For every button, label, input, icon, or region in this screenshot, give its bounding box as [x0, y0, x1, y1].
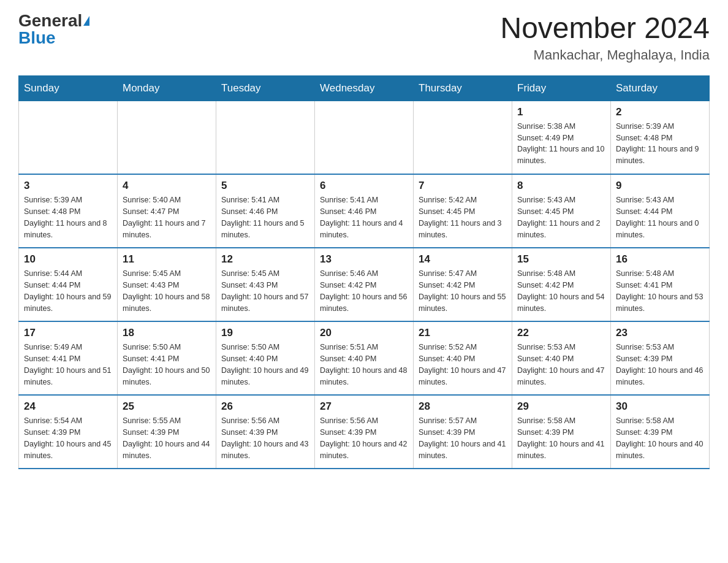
- calendar-week-row: 10Sunrise: 5:44 AMSunset: 4:44 PMDayligh…: [19, 248, 710, 321]
- calendar-cell: [315, 101, 414, 174]
- day-of-week-header: Saturday: [611, 75, 710, 101]
- day-of-week-header: Tuesday: [216, 75, 315, 101]
- day-number: 6: [320, 180, 408, 192]
- day-info: Sunrise: 5:56 AMSunset: 4:39 PMDaylight:…: [320, 415, 408, 461]
- calendar-cell: [216, 101, 315, 174]
- day-number: 24: [24, 400, 112, 413]
- calendar-cell: 5Sunrise: 5:41 AMSunset: 4:46 PMDaylight…: [216, 174, 315, 248]
- day-number: 26: [221, 400, 309, 413]
- logo: General Blue: [18, 12, 89, 47]
- calendar-week-row: 3Sunrise: 5:39 AMSunset: 4:48 PMDaylight…: [19, 174, 710, 248]
- day-info: Sunrise: 5:50 AMSunset: 4:41 PMDaylight:…: [123, 342, 211, 388]
- calendar-cell: 8Sunrise: 5:43 AMSunset: 4:45 PMDaylight…: [512, 174, 611, 248]
- calendar-cell: 28Sunrise: 5:57 AMSunset: 4:39 PMDayligh…: [414, 395, 512, 469]
- day-info: Sunrise: 5:53 AMSunset: 4:40 PMDaylight:…: [517, 342, 605, 388]
- day-number: 19: [221, 327, 309, 339]
- calendar-cell: 22Sunrise: 5:53 AMSunset: 4:40 PMDayligh…: [512, 321, 611, 395]
- day-number: 27: [320, 400, 408, 413]
- calendar-cell: 23Sunrise: 5:53 AMSunset: 4:39 PMDayligh…: [611, 321, 710, 395]
- calendar-cell: 30Sunrise: 5:58 AMSunset: 4:39 PMDayligh…: [611, 395, 710, 469]
- calendar-subtitle: Mankachar, Meghalaya, India: [500, 47, 710, 63]
- day-of-week-header: Wednesday: [315, 75, 414, 101]
- calendar-cell: 6Sunrise: 5:41 AMSunset: 4:46 PMDaylight…: [315, 174, 414, 248]
- calendar-cell: 9Sunrise: 5:43 AMSunset: 4:44 PMDaylight…: [611, 174, 710, 248]
- day-info: Sunrise: 5:47 AMSunset: 4:42 PMDaylight:…: [419, 268, 507, 314]
- day-info: Sunrise: 5:54 AMSunset: 4:39 PMDaylight:…: [24, 415, 112, 461]
- day-info: Sunrise: 5:49 AMSunset: 4:41 PMDaylight:…: [24, 342, 112, 388]
- day-info: Sunrise: 5:38 AMSunset: 4:49 PMDaylight:…: [517, 121, 605, 167]
- calendar-cell: 12Sunrise: 5:45 AMSunset: 4:43 PMDayligh…: [216, 248, 315, 321]
- day-info: Sunrise: 5:48 AMSunset: 4:42 PMDaylight:…: [517, 268, 605, 314]
- day-info: Sunrise: 5:58 AMSunset: 4:39 PMDaylight:…: [517, 415, 605, 461]
- logo-blue-text: Blue: [18, 29, 56, 47]
- calendar-cell: 4Sunrise: 5:40 AMSunset: 4:47 PMDaylight…: [118, 174, 216, 248]
- calendar-cell: 14Sunrise: 5:47 AMSunset: 4:42 PMDayligh…: [414, 248, 512, 321]
- day-info: Sunrise: 5:40 AMSunset: 4:47 PMDaylight:…: [123, 194, 211, 240]
- calendar-cell: 7Sunrise: 5:42 AMSunset: 4:45 PMDaylight…: [414, 174, 512, 248]
- day-info: Sunrise: 5:55 AMSunset: 4:39 PMDaylight:…: [123, 415, 211, 461]
- day-info: Sunrise: 5:57 AMSunset: 4:39 PMDaylight:…: [419, 415, 507, 461]
- calendar-cell: 18Sunrise: 5:50 AMSunset: 4:41 PMDayligh…: [118, 321, 216, 395]
- day-number: 13: [320, 253, 408, 266]
- day-number: 11: [123, 253, 211, 266]
- day-number: 28: [419, 400, 507, 413]
- day-info: Sunrise: 5:48 AMSunset: 4:41 PMDaylight:…: [616, 268, 704, 314]
- day-number: 5: [221, 180, 309, 192]
- day-number: 1: [517, 106, 605, 118]
- day-info: Sunrise: 5:45 AMSunset: 4:43 PMDaylight:…: [221, 268, 309, 314]
- day-number: 18: [123, 327, 211, 339]
- day-info: Sunrise: 5:53 AMSunset: 4:39 PMDaylight:…: [616, 342, 704, 388]
- calendar-week-row: 17Sunrise: 5:49 AMSunset: 4:41 PMDayligh…: [19, 321, 710, 395]
- calendar-cell: 2Sunrise: 5:39 AMSunset: 4:48 PMDaylight…: [611, 101, 710, 174]
- day-info: Sunrise: 5:41 AMSunset: 4:46 PMDaylight:…: [221, 194, 309, 240]
- calendar-cell: 29Sunrise: 5:58 AMSunset: 4:39 PMDayligh…: [512, 395, 611, 469]
- calendar-body: 1Sunrise: 5:38 AMSunset: 4:49 PMDaylight…: [19, 101, 710, 469]
- calendar-week-row: 1Sunrise: 5:38 AMSunset: 4:49 PMDaylight…: [19, 101, 710, 174]
- calendar-cell: [118, 101, 216, 174]
- page-header: General Blue November 2024 Mankachar, Me…: [18, 12, 710, 63]
- day-number: 20: [320, 327, 408, 339]
- day-number: 2: [616, 106, 704, 118]
- calendar-cell: 15Sunrise: 5:48 AMSunset: 4:42 PMDayligh…: [512, 248, 611, 321]
- day-number: 8: [517, 180, 605, 192]
- calendar-header: SundayMondayTuesdayWednesdayThursdayFrid…: [19, 75, 710, 101]
- logo-general-text: General: [18, 12, 82, 29]
- day-number: 25: [123, 400, 211, 413]
- day-number: 9: [616, 180, 704, 192]
- calendar-cell: 27Sunrise: 5:56 AMSunset: 4:39 PMDayligh…: [315, 395, 414, 469]
- day-of-week-header: Thursday: [414, 75, 512, 101]
- calendar-cell: 3Sunrise: 5:39 AMSunset: 4:48 PMDaylight…: [19, 174, 118, 248]
- day-number: 15: [517, 253, 605, 266]
- calendar-title: November 2024: [500, 12, 710, 45]
- day-info: Sunrise: 5:46 AMSunset: 4:42 PMDaylight:…: [320, 268, 408, 314]
- calendar-cell: [19, 101, 118, 174]
- day-number: 23: [616, 327, 704, 339]
- logo-triangle-icon: [83, 16, 89, 26]
- calendar-table: SundayMondayTuesdayWednesdayThursdayFrid…: [18, 75, 710, 470]
- title-section: November 2024 Mankachar, Meghalaya, Indi…: [500, 12, 710, 63]
- calendar-cell: 10Sunrise: 5:44 AMSunset: 4:44 PMDayligh…: [19, 248, 118, 321]
- day-number: 7: [419, 180, 507, 192]
- calendar-cell: 25Sunrise: 5:55 AMSunset: 4:39 PMDayligh…: [118, 395, 216, 469]
- day-info: Sunrise: 5:42 AMSunset: 4:45 PMDaylight:…: [419, 194, 507, 240]
- day-number: 12: [221, 253, 309, 266]
- day-number: 16: [616, 253, 704, 266]
- day-info: Sunrise: 5:45 AMSunset: 4:43 PMDaylight:…: [123, 268, 211, 314]
- days-of-week-row: SundayMondayTuesdayWednesdayThursdayFrid…: [19, 75, 710, 101]
- day-info: Sunrise: 5:56 AMSunset: 4:39 PMDaylight:…: [221, 415, 309, 461]
- day-info: Sunrise: 5:44 AMSunset: 4:44 PMDaylight:…: [24, 268, 112, 314]
- day-of-week-header: Sunday: [19, 75, 118, 101]
- day-number: 14: [419, 253, 507, 266]
- calendar-week-row: 24Sunrise: 5:54 AMSunset: 4:39 PMDayligh…: [19, 395, 710, 469]
- calendar-cell: 16Sunrise: 5:48 AMSunset: 4:41 PMDayligh…: [611, 248, 710, 321]
- day-number: 4: [123, 180, 211, 192]
- day-info: Sunrise: 5:41 AMSunset: 4:46 PMDaylight:…: [320, 194, 408, 240]
- day-info: Sunrise: 5:50 AMSunset: 4:40 PMDaylight:…: [221, 342, 309, 388]
- calendar-cell: [414, 101, 512, 174]
- day-of-week-header: Monday: [118, 75, 216, 101]
- day-info: Sunrise: 5:52 AMSunset: 4:40 PMDaylight:…: [419, 342, 507, 388]
- day-number: 30: [616, 400, 704, 413]
- day-number: 17: [24, 327, 112, 339]
- calendar-cell: 19Sunrise: 5:50 AMSunset: 4:40 PMDayligh…: [216, 321, 315, 395]
- day-number: 22: [517, 327, 605, 339]
